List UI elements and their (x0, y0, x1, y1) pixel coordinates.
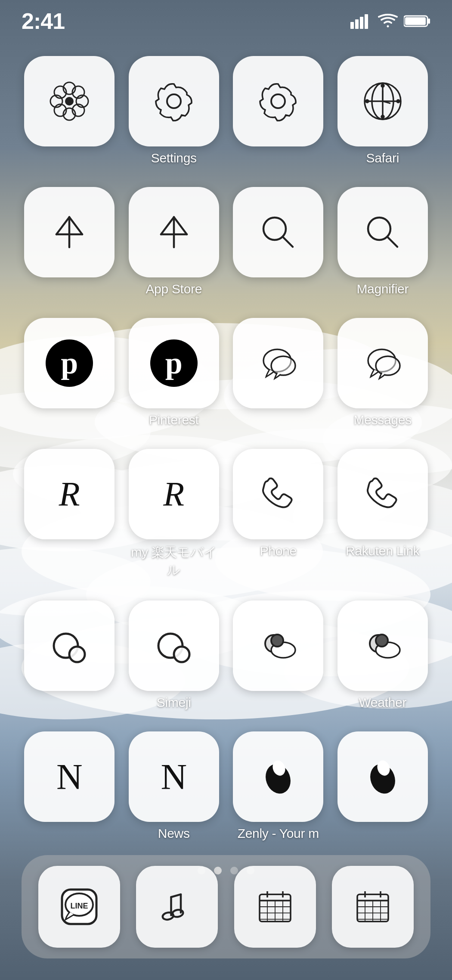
svg-rect-23 (360, 17, 363, 29)
app-row-2: App Store Magnifier (24, 187, 428, 296)
calendar-icon-1[interactable] (234, 866, 316, 948)
magnifier-icon-1[interactable] (233, 187, 323, 277)
svg-line-52 (69, 217, 82, 234)
svg-point-68 (174, 647, 189, 662)
app-weather-2[interactable]: Weather (337, 600, 429, 710)
svg-rect-27 (405, 17, 426, 25)
svg-point-47 (366, 100, 368, 103)
app-label-messages-2: Messages (354, 413, 412, 427)
app-settings-2[interactable] (232, 56, 324, 165)
rakuten-link-icon[interactable] (337, 449, 428, 539)
svg-line-56 (174, 217, 187, 234)
wifi-icon (378, 13, 398, 29)
app-safari[interactable]: Safari (337, 56, 429, 165)
messages-icon-2[interactable] (337, 318, 428, 408)
svg-point-74 (376, 635, 388, 647)
dock-line[interactable]: LINE (37, 866, 122, 948)
app-label-news-2: News (158, 826, 190, 841)
flower-icon[interactable] (24, 56, 115, 146)
app-appstore-2[interactable]: App Store (128, 187, 220, 296)
news-icon-1[interactable]: N (24, 731, 115, 822)
app-pinterest-2[interactable]: p Pinterest (128, 318, 220, 427)
svg-point-71 (271, 635, 283, 647)
app-rakuten-1[interactable]: R (24, 449, 115, 579)
svg-point-64 (376, 356, 400, 375)
svg-rect-24 (365, 14, 368, 29)
app-label-settings: Settings (151, 151, 197, 165)
app-row-6: N N News Zenly - Your m (24, 731, 428, 841)
app-zenly-1[interactable]: Zenly - Your m (232, 731, 324, 841)
app-zenly-2[interactable] (337, 731, 429, 841)
app-label-simeji-2: Simeji (157, 695, 191, 710)
svg-text:LINE: LINE (70, 902, 88, 910)
signal-icon (350, 13, 372, 29)
svg-rect-26 (428, 19, 430, 24)
simeji-icon-2[interactable] (129, 600, 219, 691)
battery-icon (404, 14, 430, 28)
app-label-weather-2: Weather (359, 695, 406, 710)
app-label-magnifier-2: Magnifier (356, 282, 409, 296)
phone-icon[interactable] (233, 449, 323, 539)
svg-line-51 (56, 217, 69, 234)
safari-icon[interactable] (337, 56, 428, 146)
app-label-pinterest-2: Pinterest (149, 413, 199, 427)
app-label-appstore-2: App Store (146, 282, 202, 296)
svg-line-58 (283, 237, 293, 247)
settings-icon[interactable] (129, 56, 219, 146)
app-appstore-1[interactable] (24, 187, 115, 296)
app-pinterest-1[interactable]: p (24, 318, 115, 427)
app-rakuten-link[interactable]: Rakuten Link (337, 449, 429, 579)
appstore-icon-2[interactable] (129, 187, 219, 277)
zenly-icon-1[interactable] (233, 731, 323, 822)
pinterest-icon-2[interactable]: p (129, 318, 219, 408)
simeji-icon-1[interactable] (24, 600, 115, 691)
zenly-icon-2[interactable] (337, 731, 428, 822)
dock-calendar-2[interactable] (331, 866, 416, 948)
app-row-1: Settings (24, 56, 428, 165)
svg-point-36 (65, 97, 74, 106)
svg-point-37 (167, 94, 181, 108)
svg-rect-22 (355, 19, 359, 29)
app-label-rakuten-mobile: my 楽天モバイル (128, 544, 220, 579)
app-messages-1[interactable] (232, 318, 324, 427)
music-icon[interactable] (136, 866, 218, 948)
app-label-zenly-1: Zenly - Your m (238, 826, 319, 841)
status-time: 2:41 (22, 8, 65, 34)
app-rakuten-mobile[interactable]: R my 楽天モバイル (128, 449, 220, 579)
dock: LINE (22, 855, 430, 958)
app-messages-2[interactable]: Messages (337, 318, 429, 427)
weather-icon-1[interactable] (233, 600, 323, 691)
rakuten-icon-1[interactable]: R (24, 449, 115, 539)
app-simeji-2[interactable]: Simeji (128, 600, 220, 710)
news-icon-2[interactable]: N (129, 731, 219, 822)
svg-line-60 (387, 237, 397, 247)
svg-rect-21 (350, 22, 354, 29)
messages-icon-1[interactable] (233, 318, 323, 408)
appstore-icon-1[interactable] (24, 187, 115, 277)
app-magnifier-1[interactable] (232, 187, 324, 296)
app-simeji-1[interactable] (24, 600, 115, 710)
pinterest-icon-1[interactable]: p (24, 318, 115, 408)
rakuten-mobile-icon[interactable]: R (129, 449, 219, 539)
line-icon[interactable]: LINE (38, 866, 120, 948)
calendar-icon-2[interactable] (332, 866, 414, 948)
app-settings[interactable]: Settings (128, 56, 220, 165)
svg-point-38 (271, 94, 285, 108)
settings-icon-2[interactable] (233, 56, 323, 146)
dock-music[interactable] (135, 866, 220, 948)
app-phone[interactable]: Phone (232, 449, 324, 579)
app-news-2[interactable]: N News (128, 731, 220, 841)
app-row-5: Simeji Weather (24, 600, 428, 710)
app-flower-1[interactable] (24, 56, 115, 165)
svg-point-45 (381, 84, 384, 87)
app-row-4: R R my 楽天モバイル Phone (24, 449, 428, 579)
magnifier-icon-2[interactable] (337, 187, 428, 277)
app-magnifier-2[interactable]: Magnifier (337, 187, 429, 296)
svg-point-66 (69, 647, 85, 662)
app-news-1[interactable]: N (24, 731, 115, 841)
app-weather-1[interactable] (232, 600, 324, 710)
weather-icon-2[interactable] (337, 600, 428, 691)
status-icons (350, 13, 430, 29)
svg-point-46 (381, 115, 384, 118)
dock-calendar-1[interactable] (232, 866, 318, 948)
